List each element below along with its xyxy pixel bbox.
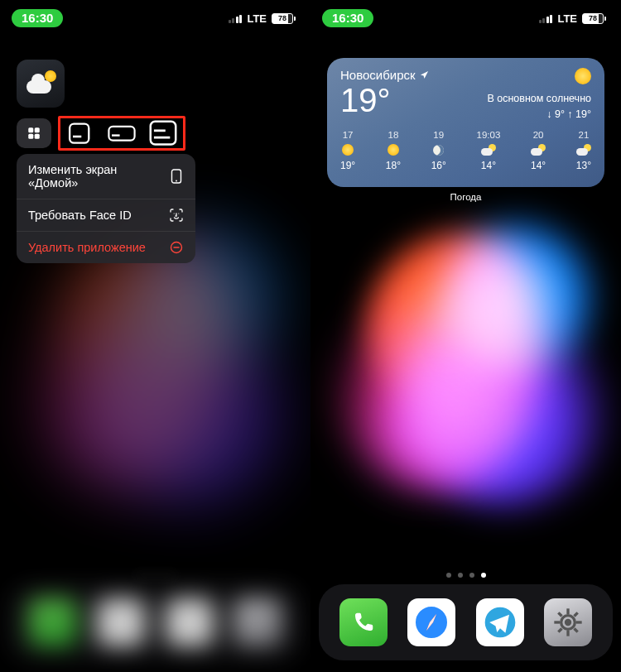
- svg-rect-10: [154, 137, 170, 139]
- dock: [319, 584, 613, 660]
- signal-icon: [229, 13, 243, 23]
- weather-icon: [26, 72, 55, 95]
- widget-size-row: [17, 116, 185, 151]
- svg-rect-8: [151, 122, 176, 145]
- widget-size-large[interactable]: [148, 122, 178, 144]
- battery-icon: 78: [272, 13, 296, 24]
- svg-rect-2: [28, 134, 33, 139]
- menu-delete-app[interactable]: Удалить приложение: [17, 232, 195, 263]
- context-menu: Изменить экран «Домой» Требовать Face ID…: [17, 154, 195, 263]
- faceid-icon: [169, 209, 184, 222]
- battery-icon: 78: [582, 13, 606, 24]
- dock-phone[interactable]: [339, 598, 388, 646]
- menu-delete-app-label: Удалить приложение: [28, 241, 146, 254]
- size-large-icon: [148, 119, 178, 146]
- dock: [8, 584, 302, 660]
- phone-outline-icon: [169, 169, 184, 184]
- weather-app-icon[interactable]: [17, 60, 65, 108]
- phone-screen-right: 16:30 LTE 78 Новосибирск 19°: [310, 0, 621, 672]
- menu-edit-home[interactable]: Изменить экран «Домой»: [17, 154, 195, 199]
- network-label: LTE: [557, 12, 577, 25]
- signal-icon: [539, 13, 553, 23]
- status-time: 16:30: [322, 9, 373, 27]
- svg-rect-0: [28, 127, 33, 132]
- widget-size-small[interactable]: [65, 122, 95, 144]
- menu-edit-home-label: Изменить экран «Домой»: [28, 163, 169, 190]
- grid-icon: [26, 126, 41, 141]
- widget-size-highlight: [58, 116, 185, 151]
- status-bar: 16:30 LTE 78: [310, 0, 621, 36]
- svg-rect-4: [70, 123, 89, 142]
- status-bar: 16:30 LTE 78: [0, 0, 310, 36]
- svg-line-29: [575, 612, 578, 616]
- menu-require-faceid[interactable]: Требовать Face ID: [17, 199, 195, 232]
- dock-phone[interactable]: [29, 598, 77, 646]
- dock-safari[interactable]: [97, 598, 145, 646]
- forecast-hour: 2113°: [576, 130, 591, 171]
- weather-location: Новосибирск: [340, 68, 429, 82]
- size-small-icon: [65, 122, 95, 145]
- svg-point-14: [178, 213, 179, 214]
- app-grid-button[interactable]: [17, 118, 51, 148]
- weather-condition: В основном солнечно ↓ 9° ↑ 19°: [487, 68, 591, 122]
- size-medium-icon: [107, 122, 137, 144]
- svg-point-12: [176, 180, 177, 182]
- page-indicator[interactable]: [310, 573, 621, 578]
- telegram-icon: [482, 604, 518, 641]
- network-label: LTE: [247, 12, 267, 25]
- safari-icon: [412, 602, 451, 642]
- dock-safari[interactable]: [407, 598, 455, 646]
- svg-rect-1: [35, 127, 40, 132]
- forecast-hour: 1818°: [386, 130, 401, 171]
- svg-rect-5: [73, 136, 81, 138]
- forecast-hour: 19:0314°: [477, 130, 501, 171]
- dock-telegram[interactable]: [476, 598, 524, 646]
- weather-forecast-row: 1719°1818°1916°19:0314°2014°2113°: [340, 130, 591, 171]
- svg-rect-9: [154, 130, 166, 132]
- widget-size-medium[interactable]: [107, 122, 137, 144]
- svg-rect-3: [35, 134, 40, 139]
- status-time: 16:30: [12, 9, 63, 27]
- svg-line-30: [559, 629, 562, 632]
- gear-icon: [551, 606, 585, 639]
- forecast-hour: 1916°: [431, 130, 446, 171]
- svg-point-13: [174, 213, 175, 214]
- phone-screen-left: 16:30 LTE 78: [0, 0, 310, 672]
- location-arrow-icon: [420, 70, 429, 79]
- minus-circle-icon: [169, 241, 184, 254]
- phone-icon: [351, 610, 376, 635]
- svg-rect-7: [112, 134, 120, 136]
- svg-point-31: [565, 619, 571, 626]
- svg-line-27: [559, 612, 562, 616]
- dock-telegram[interactable]: [166, 598, 214, 646]
- weather-widget[interactable]: Новосибирск 19° В основном солнечно ↓ 9°…: [327, 58, 604, 187]
- weather-temp: 19°: [340, 84, 429, 117]
- svg-rect-6: [108, 127, 134, 141]
- forecast-hour: 1719°: [340, 130, 355, 171]
- dock-settings[interactable]: [544, 598, 592, 646]
- svg-line-28: [575, 629, 578, 632]
- widget-label: Погода: [310, 192, 621, 202]
- menu-require-faceid-label: Требовать Face ID: [28, 209, 132, 222]
- dock-settings[interactable]: [233, 598, 282, 646]
- sun-icon: [575, 68, 591, 84]
- forecast-hour: 2014°: [531, 130, 546, 171]
- page-indicator: [0, 573, 310, 578]
